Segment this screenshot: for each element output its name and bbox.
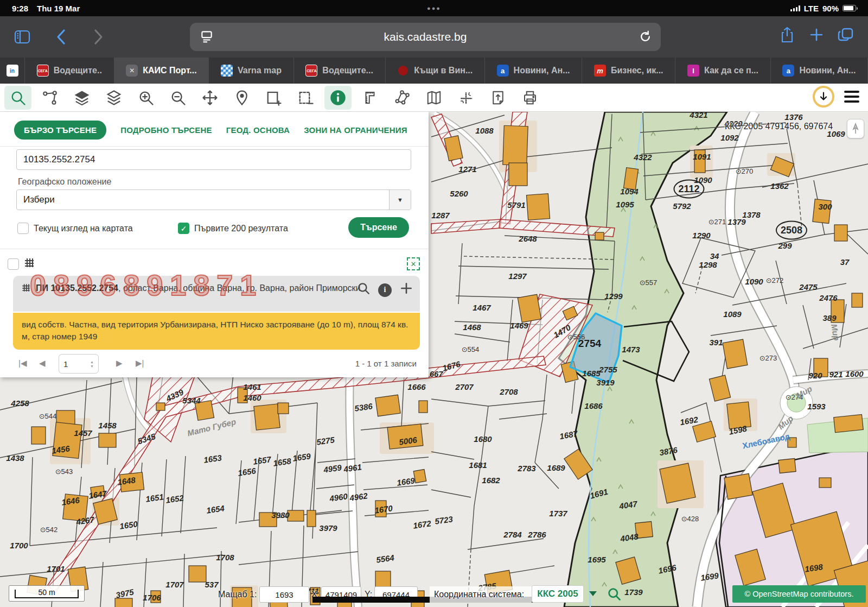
current-view-checkbox[interactable]: [17, 223, 29, 234]
chevron-down-icon[interactable]: ▼: [389, 190, 411, 210]
panel-tab-strip: БЪРЗО ТЪРСЕНЕПОДРОБНО ТЪРСЕНЕГЕОД. ОСНОВ…: [0, 112, 429, 146]
layers-icon[interactable]: [100, 86, 127, 110]
tab-label: Как да се п...: [704, 66, 758, 75]
print-icon[interactable]: [516, 86, 544, 110]
grid-icon: [23, 256, 36, 271]
result-row[interactable]: ПИ 10135.2552.2754, област Варна, община…: [13, 276, 420, 312]
home-indicator-dots: ●●●: [427, 5, 441, 11]
tab-label: Новини, Ан...: [799, 66, 856, 75]
select-rect-subtract-icon[interactable]: [292, 86, 320, 110]
new-tab-button[interactable]: [802, 23, 831, 47]
result-info-icon[interactable]: i: [378, 283, 392, 297]
first200-label: Първите 200 резултата: [194, 224, 288, 233]
select-all-checkbox[interactable]: [8, 258, 19, 270]
panel-tab[interactable]: ЗОНИ НА ОГРАНИЧЕНИЯ: [304, 125, 407, 135]
network-type: LTE: [804, 4, 819, 13]
panel-tab[interactable]: ПОДРОБНО ТЪРСЕНЕ: [120, 125, 212, 135]
result-id: ПИ 10135.2552.2754: [36, 283, 118, 293]
pan-icon[interactable]: [196, 86, 224, 110]
nodes-icon[interactable]: [388, 86, 416, 110]
page-stepper[interactable]: 1 ▲▼: [59, 354, 99, 374]
first-page-button[interactable]: |◀: [18, 358, 27, 368]
cursor-coordinates: ККС 2005 4791456, 697674: [725, 122, 833, 131]
layers-filled-icon[interactable]: [68, 86, 95, 110]
export-icon[interactable]: [484, 86, 512, 110]
last-page-button[interactable]: ▶|: [136, 358, 144, 368]
back-button[interactable]: [47, 25, 76, 49]
parcel-search-input[interactable]: [16, 149, 411, 170]
map-toolbar: [0, 84, 868, 112]
geo-select[interactable]: Избери ▼: [16, 189, 411, 210]
search-tool-button[interactable]: [4, 86, 31, 110]
browser-tab[interactable]: aНовини, Ан...: [485, 58, 582, 84]
tab-strip: inСЕГАВодещите..✕КАИС Порт...Varna mapСЕ…: [0, 58, 868, 84]
current-view-label: Текущ изглед на картата: [34, 224, 133, 233]
browser-tab[interactable]: mБизнес, ик...: [582, 58, 675, 84]
divider: [0, 249, 429, 249]
favicon-red-dot: [397, 65, 409, 77]
panel-tab[interactable]: ГЕОД. ОСНОВА: [226, 125, 290, 135]
browser-tab[interactable]: СЕГАВодещите..: [25, 58, 114, 84]
map-icon[interactable]: [420, 86, 448, 110]
download-button[interactable]: [813, 86, 834, 108]
browser-tab[interactable]: aНовини, Ан...: [771, 58, 868, 84]
tab-label: Бизнес, ик...: [611, 66, 663, 75]
battery-percent: 90%: [822, 4, 839, 13]
reload-icon[interactable]: [639, 30, 652, 46]
tab-label: Водещите...: [322, 66, 373, 75]
prev-page-button[interactable]: ◀: [39, 358, 46, 368]
scale-label: Мащаб 1:: [218, 590, 257, 599]
first200-checkbox[interactable]: ✓: [178, 223, 189, 234]
browser-tab[interactable]: ✕КАИС Порт...: [114, 58, 209, 84]
share-button[interactable]: [773, 23, 802, 47]
marker-icon[interactable]: [228, 86, 256, 110]
result-add-icon[interactable]: [399, 281, 413, 299]
search-button[interactable]: Търсене: [348, 217, 409, 238]
browser-tab[interactable]: СЕГАВодещите...: [294, 58, 386, 84]
crs-select[interactable]: ККС 2005: [532, 585, 584, 603]
tab-label: Водещите..: [54, 66, 102, 75]
compass-button[interactable]: [847, 119, 864, 138]
browser-tab[interactable]: IКак да се п...: [675, 58, 770, 84]
select-rect-add-icon[interactable]: [260, 86, 288, 110]
browser-tab[interactable]: Къщи в Вин...: [386, 58, 485, 84]
favicon-sega: СЕГА: [305, 65, 317, 77]
favicon-a-blue: a: [782, 65, 794, 77]
url-bar[interactable]: kais.cadastre.bg: [190, 23, 661, 51]
route-tool-icon[interactable]: [36, 86, 63, 110]
panel-tab[interactable]: БЪРЗО ТЪРСЕНЕ: [14, 121, 106, 140]
coordinate-grid-icon[interactable]: [452, 86, 480, 110]
geo-label: Географско положение: [18, 177, 111, 187]
tab-label: Varna map: [238, 66, 282, 75]
osm-attribution[interactable]: © OpenStreetMap contributors.: [732, 585, 866, 603]
geo-select-value: Избери: [23, 194, 55, 205]
browser-tab[interactable]: in: [0, 58, 25, 84]
map-search-icon[interactable]: [607, 586, 622, 604]
grid-icon: [21, 282, 31, 296]
browser-tab[interactable]: Varna map: [209, 58, 293, 84]
favicon-m-red: m: [594, 65, 606, 77]
result-location: , област Варна, община Варна, гр. Варна,…: [118, 283, 360, 293]
menu-icon[interactable]: [842, 88, 861, 105]
url-text: kais.cadastre.bg: [190, 30, 661, 43]
stepper-icons[interactable]: ▲▼: [90, 360, 94, 368]
tabs-overview-button[interactable]: [831, 23, 860, 47]
divider: [0, 146, 429, 147]
favicon-a-blue: a: [497, 65, 509, 77]
info-tool-button[interactable]: [324, 86, 352, 110]
battery-icon: [843, 5, 856, 11]
crs-label: Координатна система:: [434, 590, 524, 599]
zoom-in-icon[interactable]: [132, 86, 159, 110]
scale-value-field[interactable]: 1693: [259, 586, 309, 603]
tab-label: Новини, Ан...: [514, 66, 570, 75]
forward-button[interactable]: [84, 25, 113, 49]
chevron-down-icon[interactable]: [589, 591, 597, 596]
zoom-to-selection-icon[interactable]: ✕: [407, 257, 420, 270]
zoom-out-icon[interactable]: [164, 86, 192, 110]
sidebar-button[interactable]: [8, 25, 37, 49]
status-bar: 9:28 Thu 19 Mar ●●● LTE 90%: [0, 0, 868, 16]
close-icon[interactable]: ✕: [126, 65, 138, 77]
next-page-button[interactable]: ▶: [116, 358, 123, 368]
measure-icon[interactable]: [356, 86, 384, 110]
result-zoom-icon[interactable]: [356, 281, 371, 299]
